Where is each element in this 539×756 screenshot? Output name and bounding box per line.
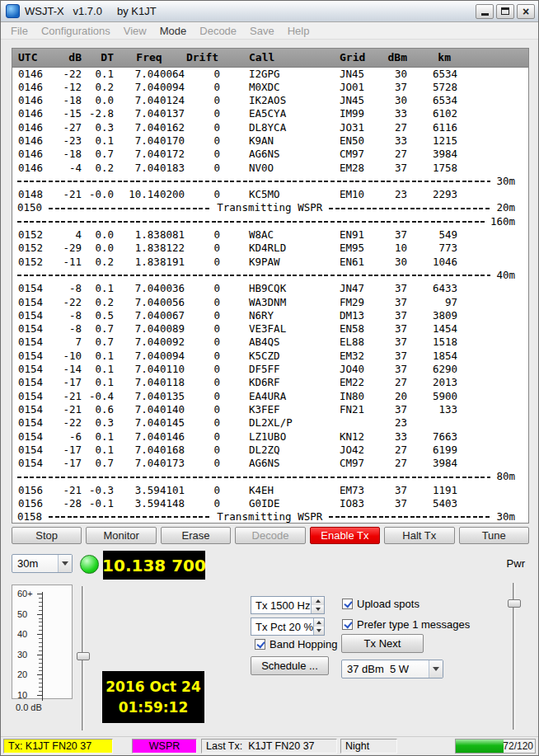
table-row[interactable]: 0154-60.17.0401460LZ1UBOKN12337663 <box>12 430 528 444</box>
band-separator-row: 30m <box>12 175 528 188</box>
spin-down-button[interactable] <box>314 627 324 635</box>
table-row[interactable]: 015470.77.0400920AB4QSEL88371518 <box>12 336 528 349</box>
spin-up-button[interactable] <box>312 597 324 605</box>
rx-gain-slider[interactable] <box>77 586 90 730</box>
table-row[interactable]: 015240.01.8380810W8ACEN9137549 <box>12 228 528 242</box>
tune-button[interactable]: Tune <box>459 527 529 544</box>
maximize-button[interactable] <box>496 4 514 19</box>
table-row[interactable]: 0146-180.77.0401720AG6NSCM97273984 <box>12 148 528 161</box>
cell-utc: 0146 <box>12 107 49 120</box>
table-row[interactable]: 0154-80.57.0400670N6RYDM13373809 <box>12 309 528 322</box>
checkbox-label: Upload spots <box>357 598 419 610</box>
table-row[interactable]: 0146-15-2.87.0401370EA5CYAIM99336102 <box>12 107 528 120</box>
cell-drift: 0 <box>185 444 220 457</box>
cell-km: 1454 <box>407 322 457 336</box>
table-row[interactable]: 0152-110.21.8381910K9PAWEN61301046 <box>12 256 528 269</box>
slider-handle[interactable] <box>508 599 521 608</box>
spin-up-button[interactable] <box>314 618 324 627</box>
cell-freq: 7.040094 <box>114 81 185 94</box>
table-row[interactable]: 0154-80.77.0400890VE3FALEN58371454 <box>12 322 528 336</box>
cell-utc: 0154 <box>12 416 49 430</box>
cell-dt: 0.1 <box>82 430 114 444</box>
menu-item-file[interactable]: File <box>4 23 35 39</box>
cell-filler <box>457 457 528 470</box>
schedule-button[interactable]: Schedule ... <box>251 656 329 675</box>
cell-db: -4 <box>49 162 82 175</box>
stop-button[interactable]: Stop <box>12 527 82 544</box>
table-row[interactable]: 0154-170.17.0401180KD6RFEM22272013 <box>12 376 528 389</box>
decode-button[interactable]: Decode <box>235 527 305 544</box>
monitor-button[interactable]: Monitor <box>86 527 156 544</box>
menu-item-save[interactable]: Save <box>243 23 281 39</box>
cell-dbm: 33 <box>382 134 407 148</box>
band-hopping-checkbox[interactable]: Band Hopping <box>255 638 337 650</box>
cell-km: 1758 <box>407 162 457 175</box>
band-select-value: 30m <box>12 557 58 570</box>
tx-next-button[interactable]: Tx Next <box>341 634 424 653</box>
table-row[interactable]: 0154-220.27.0400560WA3DNMFM293797 <box>12 296 528 309</box>
power-select[interactable]: 37 dBm 5 W <box>341 660 443 679</box>
cell-drift: 0 <box>185 403 220 416</box>
cell-call: W8AC <box>220 228 340 242</box>
cell-drift: 0 <box>185 162 220 175</box>
table-row[interactable]: 0154-80.17.0400360HB9CQKJN47376433 <box>12 282 528 295</box>
table-row[interactable]: 0154-220.37.0401450DL2XL/P23 <box>12 416 528 430</box>
prefer-type1-checkbox[interactable]: Prefer type 1 messages <box>342 618 470 631</box>
menu-item-configurations[interactable]: Configurations <box>35 23 117 39</box>
decode-window[interactable]: UTC dB DT Freq Drift Call Grid dBm km 01… <box>12 48 529 524</box>
menu-item-view[interactable]: View <box>117 23 153 39</box>
cell-call: VE3FAL <box>220 322 340 336</box>
band-select[interactable]: 30m <box>12 554 73 573</box>
menu-item-mode[interactable]: Mode <box>153 23 194 39</box>
menu-item-help[interactable]: Help <box>281 23 316 39</box>
table-row[interactable]: 0156-21-0.33.5941010K4EHEM73371191 <box>12 484 528 497</box>
enable-tx-button[interactable]: Enable Tx <box>310 527 380 544</box>
table-row[interactable]: 0146-270.37.0401620DL8YCAJO31276116 <box>12 121 528 134</box>
menu-item-decode[interactable]: Decode <box>193 23 243 39</box>
cell-utc: 0146 <box>12 162 49 175</box>
decode-table: UTC dB DT Freq Drift Call Grid dBm km 01… <box>12 49 528 524</box>
cell-freq: 3.594101 <box>114 484 185 497</box>
tx-status-panel: Tx: K1JT FN20 37 <box>3 739 113 754</box>
cell-freq: 7.040145 <box>114 416 185 430</box>
table-row[interactable]: 0152-290.01.8381220KD4RLDEM9510773 <box>12 242 528 255</box>
dash-line <box>329 516 490 518</box>
cell-km <box>407 416 457 430</box>
meter-tick <box>37 594 42 594</box>
table-row[interactable]: 0154-170.77.0401730AG6NSCM97273984 <box>12 457 528 470</box>
spin-down-button[interactable] <box>312 605 324 613</box>
cell-km: 6199 <box>407 444 457 457</box>
cell-call: DL8YCA <box>220 121 340 134</box>
table-row[interactable]: 0146-230.17.0401700K9ANEN50331215 <box>12 134 528 148</box>
cell-freq: 7.040168 <box>114 444 185 457</box>
close-button[interactable]: × <box>517 4 535 19</box>
table-row[interactable]: 0154-140.17.0401100DF5FFJO40376290 <box>12 363 528 376</box>
pwr-slider[interactable] <box>508 583 521 730</box>
table-row[interactable]: 0146-40.27.0401830NV0OEM28371758 <box>12 162 528 175</box>
cell-km: 773 <box>407 242 457 255</box>
cell-km: 1046 <box>407 256 457 269</box>
meter-tick <box>37 655 42 655</box>
table-row[interactable]: 0148-21-0.010.1402000KC5MOEM10232293 <box>12 188 528 201</box>
table-row[interactable]: 0146-120.27.0400940M0XDCJO01375728 <box>12 81 528 94</box>
upload-spots-checkbox[interactable]: Upload spots <box>342 598 419 610</box>
table-row[interactable]: 0154-100.17.0400940K5CZDEM32371854 <box>12 350 528 363</box>
table-row[interactable]: 0146-180.07.0401240IK2AOSJN45306534 <box>12 94 528 107</box>
tx-freq-spinner[interactable]: Tx 1500 Hz <box>251 596 325 614</box>
tx-pct-spinner[interactable]: Tx Pct 20 % <box>251 617 325 636</box>
cell-drift: 0 <box>185 121 220 134</box>
slider-handle[interactable] <box>77 652 90 660</box>
halt-tx-button[interactable]: Halt Tx <box>384 527 454 544</box>
dash-line <box>17 181 490 182</box>
band-label: 80m <box>496 470 515 483</box>
erase-button[interactable]: Erase <box>161 527 231 544</box>
cell-km: 6102 <box>407 107 457 120</box>
meter-scale: 60+5040302010 <box>12 585 72 698</box>
table-row[interactable]: 0154-170.17.0401680DL2ZQJO42276199 <box>12 444 528 457</box>
minimize-button[interactable] <box>476 4 494 19</box>
table-row[interactable]: 0146-220.17.0400640I2GPGJN45306534 <box>12 67 528 81</box>
table-row[interactable]: 0154-210.67.0401400K3FEFFN2137133 <box>12 403 528 416</box>
rx-status-led <box>80 555 99 574</box>
table-row[interactable]: 0156-28-0.13.5941480G0IDEIO83375403 <box>12 497 528 510</box>
table-row[interactable]: 0154-21-0.47.0401350EA4URAIN80205900 <box>12 390 528 403</box>
